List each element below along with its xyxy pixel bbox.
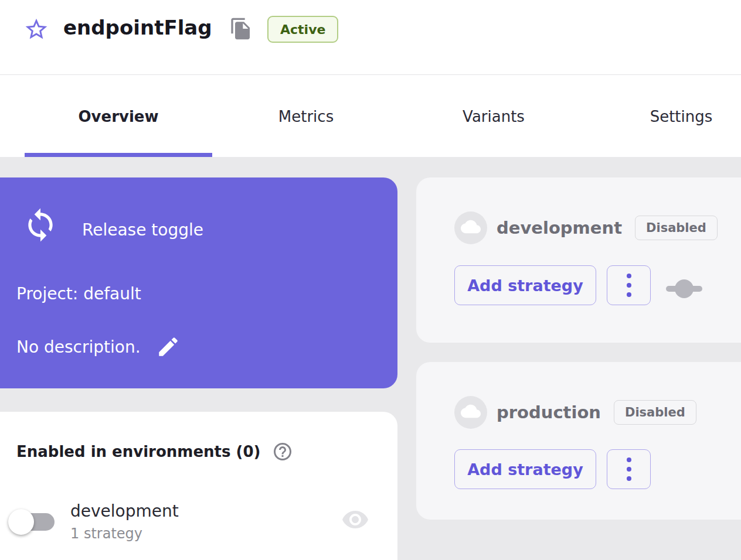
page-header: endpointFlag Active: [0, 0, 741, 75]
slider-handle-icon[interactable]: [666, 276, 702, 301]
enabled-environments-card: Enabled in environments (0) development …: [0, 412, 397, 560]
favorite-star-button[interactable]: [23, 16, 49, 42]
environment-strategy-count: 1 strategy: [70, 525, 142, 542]
tab-bar: Overview Metrics Variants Settings: [0, 76, 741, 157]
tab-settings[interactable]: Settings: [587, 76, 741, 157]
description-row: No description.: [16, 334, 181, 359]
visibility-button[interactable]: [341, 506, 369, 534]
flag-type-card: Release toggle Project: default No descr…: [0, 177, 397, 388]
environment-actions: Add strategy: [454, 449, 651, 489]
environment-name: development: [497, 218, 622, 238]
environment-status-badge: Disabled: [635, 216, 718, 240]
copy-icon: [229, 33, 253, 42]
copy-name-button[interactable]: [229, 17, 253, 42]
tab-variants[interactable]: Variants: [400, 76, 587, 157]
kebab-icon: [627, 274, 631, 297]
pencil-icon: [156, 352, 181, 361]
active-tab-indicator: [25, 153, 212, 157]
environment-name: development: [70, 501, 179, 521]
enabled-environments-heading: Enabled in environments (0): [16, 443, 260, 460]
kebab-icon: [627, 457, 631, 481]
cloud-icon: [461, 217, 481, 239]
star-icon: [23, 35, 49, 44]
environment-name: production: [497, 402, 601, 422]
environment-card-production: production Disabled Add strategy: [416, 362, 741, 520]
project-label: Project: default: [16, 284, 141, 303]
environment-card-header: development Disabled: [454, 211, 718, 244]
loop-icon: [22, 207, 59, 243]
feature-flag-page: { "header": { "title": "endpointFlag", "…: [0, 0, 741, 560]
status-badge: Active: [267, 16, 338, 43]
help-button[interactable]: [272, 441, 293, 462]
tab-overview[interactable]: Overview: [25, 76, 212, 157]
enabled-environments-header: Enabled in environments (0): [16, 441, 293, 462]
environment-menu-button[interactable]: [607, 265, 651, 305]
environment-toggle-switch[interactable]: [7, 504, 59, 539]
description-label: No description.: [16, 337, 141, 357]
flag-type-label: Release toggle: [82, 220, 203, 240]
environment-avatar: [454, 211, 487, 244]
content-area: Release toggle Project: default No descr…: [0, 157, 741, 560]
environment-actions: Add strategy: [454, 265, 651, 305]
environment-menu-button[interactable]: [607, 449, 651, 489]
environment-avatar: [454, 396, 487, 429]
environment-status-badge: Disabled: [614, 400, 696, 425]
cloud-icon: [461, 401, 481, 424]
add-strategy-button[interactable]: Add strategy: [454, 265, 596, 305]
environment-card-development: development Disabled Add strategy: [416, 177, 741, 343]
switch-thumb: [8, 509, 34, 535]
page-title: endpointFlag: [63, 16, 212, 39]
help-icon: [272, 455, 293, 464]
environment-toggle-row: development 1 strategy: [0, 500, 397, 547]
edit-description-button[interactable]: [156, 334, 181, 359]
tab-metrics[interactable]: Metrics: [212, 76, 400, 157]
add-strategy-button[interactable]: Add strategy: [454, 449, 596, 489]
eye-icon: [341, 527, 369, 535]
environment-card-header: production Disabled: [454, 396, 696, 429]
